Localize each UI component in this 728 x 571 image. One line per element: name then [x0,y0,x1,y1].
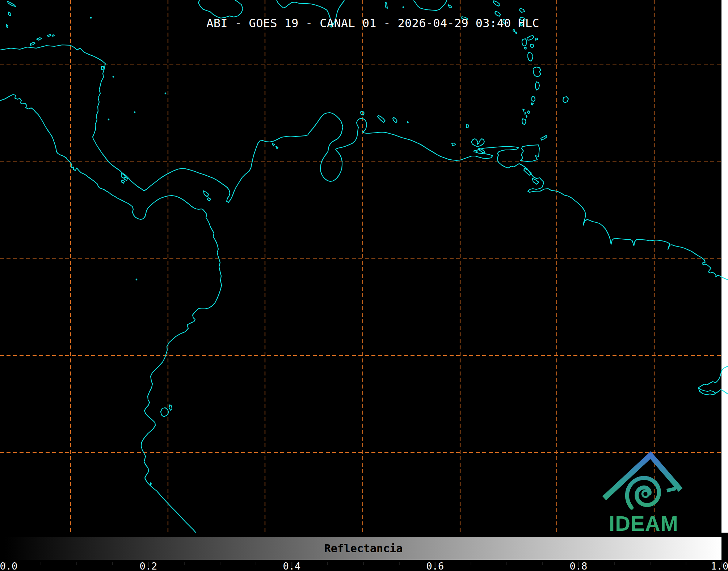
map-title: ABI - GOES 19 - CANAL 01 - 2026-04-29 03… [206,16,539,30]
satellite-image-viewport: ABI - GOES 19 - CANAL 01 - 2026-04-29 03… [0,0,728,571]
colorbar-tick-label: 1.0 [711,560,728,571]
colorbar-tick-label: 0.0 [0,560,17,571]
colorbar-title: Reflectancia [324,542,403,555]
colorbar-tick-label: 0.6 [426,560,444,571]
colorbar-tick-label: 0.8 [570,560,588,571]
colorbar-tick-label: 0.2 [140,560,157,571]
logo-mountain-stub [667,488,676,491]
map-data-void-strip [721,0,728,533]
logo-text: IDEAM [609,512,678,535]
colorbar-tick-label: 0.4 [283,560,301,571]
